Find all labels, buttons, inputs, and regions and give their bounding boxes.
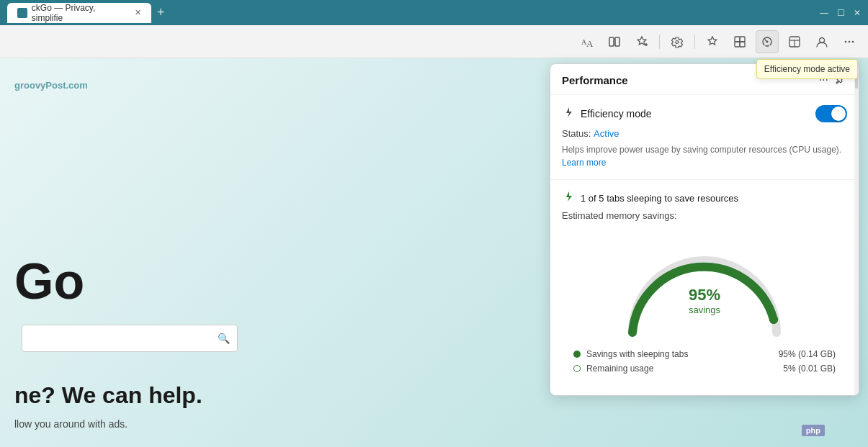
page-subtext: llow you around with ads. [14,418,127,430]
svg-point-6 [676,40,679,43]
tooltip-text: Efficiency mode active [764,64,850,74]
font-icon[interactable]: A A [576,30,599,53]
tab-label: ckGo — Privacy, simplifie [32,3,127,23]
toolbar: A A [0,25,868,58]
new-tab-button[interactable]: + [157,5,165,20]
minimize-button[interactable]: — [820,8,828,18]
efficiency-mode-row: Efficiency mode [562,105,847,122]
legend-dot-empty [573,365,581,372]
legend-area: Savings with sleeping tabs 95% (0.14 GB)… [562,343,847,388]
svg-rect-2 [609,37,614,46]
favorites-icon[interactable] [701,30,724,53]
status-value: Active [594,128,619,139]
toggle-thumb [831,107,846,121]
legend-left-remaining: Remaining usage [573,364,653,374]
legend-label-remaining: Remaining usage [586,364,653,374]
legend-left-savings: Savings with sleeping tabs [573,349,688,359]
tab-close-button[interactable]: ✕ [135,8,141,17]
efficiency-mode-section: Efficiency mode Status: Active Helps imp… [550,95,859,180]
legend-label-savings: Savings with sleeping tabs [586,349,688,359]
active-tab[interactable]: ckGo — Privacy, simplifie ✕ [7,3,151,23]
efficiency-mode-tooltip: Efficiency mode active [756,59,858,79]
browser-frame: ckGo — Privacy, simplifie ✕ + — ☐ ✕ A A [0,0,868,447]
efficiency-description: Helps improve power usage by saving comp… [562,143,847,169]
profile-icon[interactable] [810,30,833,53]
toolbar-separator [659,35,660,49]
svg-rect-8 [740,37,745,42]
reading-view-icon[interactable] [603,30,626,53]
extensions-icon[interactable] [666,30,689,53]
toolbar-separator-2 [694,35,695,49]
page-headline: ne? We can help. [14,382,202,409]
sleeping-tabs-label: 1 of 5 tabs sleeping to save resources [581,193,738,204]
efficiency-mode-label: Efficiency mode [581,108,810,119]
legend-row-remaining: Remaining usage 5% (0.01 GB) [573,364,836,374]
svg-point-20 [769,315,778,324]
status-prefix: Status: [562,128,591,139]
status-row: Status: Active [562,128,847,139]
close-button[interactable]: ✕ [854,8,861,18]
svg-text:A: A [586,38,594,48]
legend-dot-filled [573,351,581,358]
search-box[interactable]: 🔍 [22,325,238,352]
efficiency-mode-toggle[interactable] [815,105,847,122]
gauge-center-text: 95% savings [689,286,720,315]
svg-rect-9 [735,42,740,47]
window-controls: — ☐ ✕ [820,8,861,18]
page-go-text: Go [14,253,84,310]
panel-scrollbar[interactable] [854,64,859,395]
legend-row-savings: Savings with sleeping tabs 95% (0.14 GB) [573,349,836,359]
collections-icon[interactable] [728,30,751,53]
legend-value-savings: 95% (0.14 GB) [779,349,836,359]
search-icon: 🔍 [218,333,230,344]
svg-point-18 [849,40,851,42]
memory-gauge: 95% savings [562,228,847,343]
svg-rect-3 [615,37,619,46]
title-bar: ckGo — Privacy, simplifie ✕ + — ☐ ✕ [0,0,868,25]
performance-panel: Performance ··· Efficiency mode [550,63,859,396]
tab-favicon [17,8,27,18]
svg-rect-10 [740,42,745,47]
more-options-icon[interactable] [838,30,861,53]
svg-point-17 [845,40,847,42]
sleeping-tabs-row: 1 of 5 tabs sleeping to save resources [562,190,847,206]
tab-area: ckGo — Privacy, simplifie ✕ + [7,3,814,23]
php-badge: php [802,425,825,436]
site-logo: groovyPost.com [14,80,88,91]
sleeping-tabs-icon [562,190,575,206]
efficiency-mode-icon [562,106,575,122]
learn-more-link[interactable]: Learn more [562,158,606,168]
legend-value-remaining: 5% (0.01 GB) [783,364,836,374]
maximize-button[interactable]: ☐ [837,8,845,18]
svg-point-19 [852,40,854,42]
sleeping-tabs-section: 1 of 5 tabs sleeping to save resources E… [550,180,859,395]
gauge-label: savings [689,304,720,315]
svg-line-12 [765,40,767,42]
description-text-content: Helps improve power usage by saving comp… [562,145,841,155]
browser-essentials-icon[interactable] [783,30,806,53]
svg-rect-7 [735,37,740,42]
memory-savings-label: Estimated memory savings: [562,210,847,221]
performance-icon[interactable] [756,30,779,53]
favorites-add-icon[interactable] [630,30,653,53]
gauge-percent: 95% [689,286,720,304]
